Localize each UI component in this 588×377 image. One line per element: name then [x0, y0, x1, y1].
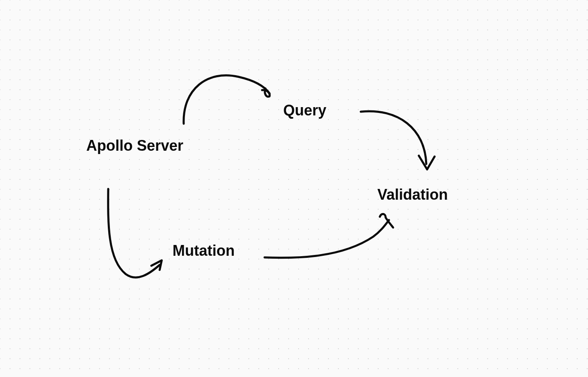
node-mutation: Mutation	[173, 242, 235, 259]
arrows-layer	[0, 0, 588, 377]
node-validation: Validation	[377, 186, 448, 203]
node-query: Query	[283, 102, 326, 119]
arrow-query-to-validation	[361, 111, 435, 169]
arrow-mutation-to-validation	[265, 214, 393, 257]
arrow-apollo-to-mutation	[108, 189, 162, 277]
arrow-apollo-to-query	[184, 76, 270, 124]
node-apollo-server: Apollo Server	[86, 137, 183, 154]
